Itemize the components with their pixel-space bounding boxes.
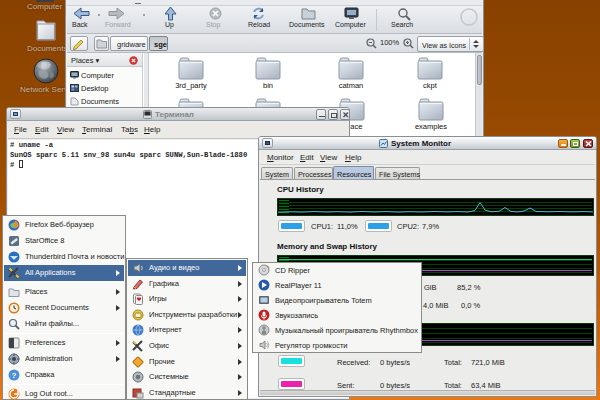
svg-text:?: ? <box>12 371 17 380</box>
